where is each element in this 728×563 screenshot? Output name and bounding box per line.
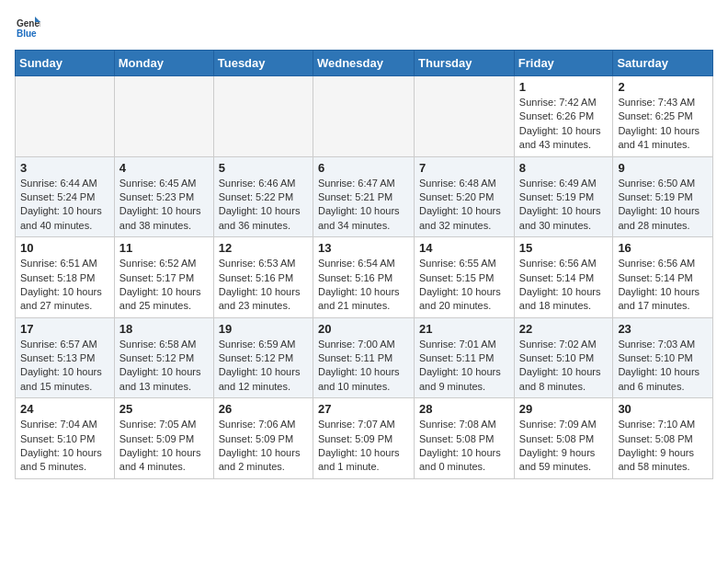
day-number: 11 xyxy=(119,241,209,255)
day-info: Sunrise: 6:55 AM Sunset: 5:15 PM Dayligh… xyxy=(419,257,509,314)
day-number: 12 xyxy=(219,241,308,255)
day-info: Sunrise: 6:56 AM Sunset: 5:14 PM Dayligh… xyxy=(618,257,708,314)
calendar-cell: 30Sunrise: 7:10 AM Sunset: 5:08 PM Dayli… xyxy=(613,398,713,479)
calendar-cell: 6Sunrise: 6:47 AM Sunset: 5:21 PM Daylig… xyxy=(313,156,414,237)
day-number: 9 xyxy=(618,161,708,175)
day-info: Sunrise: 7:09 AM Sunset: 5:08 PM Dayligh… xyxy=(519,418,609,475)
calendar-cell: 2Sunrise: 7:43 AM Sunset: 6:25 PM Daylig… xyxy=(613,76,713,157)
weekday-header-friday: Friday xyxy=(514,51,613,76)
day-number: 26 xyxy=(219,402,308,416)
day-number: 18 xyxy=(119,322,209,336)
calendar-cell: 12Sunrise: 6:53 AM Sunset: 5:16 PM Dayli… xyxy=(213,237,313,318)
calendar-cell: 1Sunrise: 7:42 AM Sunset: 6:26 PM Daylig… xyxy=(514,76,613,157)
calendar-week-row: 24Sunrise: 7:04 AM Sunset: 5:10 PM Dayli… xyxy=(16,398,713,479)
day-number: 4 xyxy=(119,161,209,175)
day-info: Sunrise: 7:01 AM Sunset: 5:11 PM Dayligh… xyxy=(419,338,509,395)
weekday-header-wednesday: Wednesday xyxy=(313,51,414,76)
day-info: Sunrise: 7:06 AM Sunset: 5:09 PM Dayligh… xyxy=(219,418,308,475)
day-info: Sunrise: 6:56 AM Sunset: 5:14 PM Dayligh… xyxy=(519,257,609,314)
day-info: Sunrise: 7:07 AM Sunset: 5:09 PM Dayligh… xyxy=(318,418,409,475)
day-number: 23 xyxy=(618,322,708,336)
day-info: Sunrise: 6:54 AM Sunset: 5:16 PM Dayligh… xyxy=(318,257,409,314)
calendar-week-row: 1Sunrise: 7:42 AM Sunset: 6:26 PM Daylig… xyxy=(16,76,713,157)
day-info: Sunrise: 7:05 AM Sunset: 5:09 PM Dayligh… xyxy=(119,418,209,475)
day-number: 8 xyxy=(519,161,609,175)
calendar-cell: 3Sunrise: 6:44 AM Sunset: 5:24 PM Daylig… xyxy=(16,156,115,237)
calendar-cell: 7Sunrise: 6:48 AM Sunset: 5:20 PM Daylig… xyxy=(415,156,515,237)
calendar-week-row: 10Sunrise: 6:51 AM Sunset: 5:18 PM Dayli… xyxy=(16,237,713,318)
calendar-cell xyxy=(16,76,115,157)
calendar-cell: 24Sunrise: 7:04 AM Sunset: 5:10 PM Dayli… xyxy=(16,398,115,479)
calendar-table: SundayMondayTuesdayWednesdayThursdayFrid… xyxy=(15,50,713,479)
weekday-header-sunday: Sunday xyxy=(16,51,115,76)
calendar-cell: 15Sunrise: 6:56 AM Sunset: 5:14 PM Dayli… xyxy=(514,237,613,318)
day-number: 17 xyxy=(20,322,109,336)
day-info: Sunrise: 6:53 AM Sunset: 5:16 PM Dayligh… xyxy=(219,257,308,314)
calendar-week-row: 17Sunrise: 6:57 AM Sunset: 5:13 PM Dayli… xyxy=(16,317,713,398)
calendar-cell: 20Sunrise: 7:00 AM Sunset: 5:11 PM Dayli… xyxy=(313,317,414,398)
calendar-cell: 22Sunrise: 7:02 AM Sunset: 5:10 PM Dayli… xyxy=(514,317,613,398)
day-info: Sunrise: 7:08 AM Sunset: 5:08 PM Dayligh… xyxy=(419,418,509,475)
calendar-cell: 21Sunrise: 7:01 AM Sunset: 5:11 PM Dayli… xyxy=(415,317,515,398)
header: General Blue xyxy=(15,15,713,40)
day-info: Sunrise: 6:57 AM Sunset: 5:13 PM Dayligh… xyxy=(20,338,109,395)
day-info: Sunrise: 7:04 AM Sunset: 5:10 PM Dayligh… xyxy=(20,418,109,475)
day-info: Sunrise: 6:52 AM Sunset: 5:17 PM Dayligh… xyxy=(119,257,209,314)
day-info: Sunrise: 6:58 AM Sunset: 5:12 PM Dayligh… xyxy=(119,338,209,395)
day-info: Sunrise: 7:02 AM Sunset: 5:10 PM Dayligh… xyxy=(519,338,609,395)
logo: General Blue xyxy=(15,15,44,40)
day-info: Sunrise: 7:00 AM Sunset: 5:11 PM Dayligh… xyxy=(318,338,409,395)
day-info: Sunrise: 7:42 AM Sunset: 6:26 PM Dayligh… xyxy=(519,96,609,153)
day-number: 24 xyxy=(20,402,109,416)
day-number: 29 xyxy=(519,402,609,416)
calendar-cell: 25Sunrise: 7:05 AM Sunset: 5:09 PM Dayli… xyxy=(114,398,213,479)
weekday-header-row: SundayMondayTuesdayWednesdayThursdayFrid… xyxy=(16,51,713,76)
calendar-cell: 5Sunrise: 6:46 AM Sunset: 5:22 PM Daylig… xyxy=(213,156,313,237)
calendar-cell: 10Sunrise: 6:51 AM Sunset: 5:18 PM Dayli… xyxy=(16,237,115,318)
calendar-cell xyxy=(415,76,515,157)
day-number: 21 xyxy=(419,322,509,336)
day-info: Sunrise: 6:45 AM Sunset: 5:23 PM Dayligh… xyxy=(119,177,209,234)
day-number: 14 xyxy=(419,241,509,255)
weekday-header-thursday: Thursday xyxy=(415,51,515,76)
day-number: 13 xyxy=(318,241,409,255)
calendar-cell: 27Sunrise: 7:07 AM Sunset: 5:09 PM Dayli… xyxy=(313,398,414,479)
calendar-cell: 23Sunrise: 7:03 AM Sunset: 5:10 PM Dayli… xyxy=(613,317,713,398)
day-number: 16 xyxy=(618,241,708,255)
day-number: 3 xyxy=(20,161,109,175)
day-number: 25 xyxy=(119,402,209,416)
calendar-cell: 9Sunrise: 6:50 AM Sunset: 5:19 PM Daylig… xyxy=(613,156,713,237)
day-info: Sunrise: 7:03 AM Sunset: 5:10 PM Dayligh… xyxy=(618,338,708,395)
day-number: 7 xyxy=(419,161,509,175)
calendar-cell: 17Sunrise: 6:57 AM Sunset: 5:13 PM Dayli… xyxy=(16,317,115,398)
day-number: 20 xyxy=(318,322,409,336)
day-number: 2 xyxy=(618,80,708,94)
calendar-cell: 26Sunrise: 7:06 AM Sunset: 5:09 PM Dayli… xyxy=(213,398,313,479)
weekday-header-tuesday: Tuesday xyxy=(213,51,313,76)
calendar-cell: 19Sunrise: 6:59 AM Sunset: 5:12 PM Dayli… xyxy=(213,317,313,398)
day-number: 1 xyxy=(519,80,609,94)
calendar-cell: 8Sunrise: 6:49 AM Sunset: 5:19 PM Daylig… xyxy=(514,156,613,237)
day-info: Sunrise: 6:47 AM Sunset: 5:21 PM Dayligh… xyxy=(318,177,409,234)
day-number: 10 xyxy=(20,241,109,255)
calendar-cell: 13Sunrise: 6:54 AM Sunset: 5:16 PM Dayli… xyxy=(313,237,414,318)
calendar-cell: 4Sunrise: 6:45 AM Sunset: 5:23 PM Daylig… xyxy=(114,156,213,237)
weekday-header-monday: Monday xyxy=(114,51,213,76)
day-number: 5 xyxy=(219,161,308,175)
calendar-cell: 11Sunrise: 6:52 AM Sunset: 5:17 PM Dayli… xyxy=(114,237,213,318)
day-info: Sunrise: 6:46 AM Sunset: 5:22 PM Dayligh… xyxy=(219,177,308,234)
svg-text:Blue: Blue xyxy=(17,29,37,39)
calendar-cell: 14Sunrise: 6:55 AM Sunset: 5:15 PM Dayli… xyxy=(415,237,515,318)
calendar-cell xyxy=(114,76,213,157)
calendar-cell: 18Sunrise: 6:58 AM Sunset: 5:12 PM Dayli… xyxy=(114,317,213,398)
calendar-cell: 29Sunrise: 7:09 AM Sunset: 5:08 PM Dayli… xyxy=(514,398,613,479)
day-info: Sunrise: 6:50 AM Sunset: 5:19 PM Dayligh… xyxy=(618,177,708,234)
day-info: Sunrise: 7:10 AM Sunset: 5:08 PM Dayligh… xyxy=(618,418,708,475)
day-number: 15 xyxy=(519,241,609,255)
logo-icon: General Blue xyxy=(15,15,40,40)
day-info: Sunrise: 6:49 AM Sunset: 5:19 PM Dayligh… xyxy=(519,177,609,234)
day-number: 22 xyxy=(519,322,609,336)
day-info: Sunrise: 7:43 AM Sunset: 6:25 PM Dayligh… xyxy=(618,96,708,153)
calendar-week-row: 3Sunrise: 6:44 AM Sunset: 5:24 PM Daylig… xyxy=(16,156,713,237)
day-number: 27 xyxy=(318,402,409,416)
